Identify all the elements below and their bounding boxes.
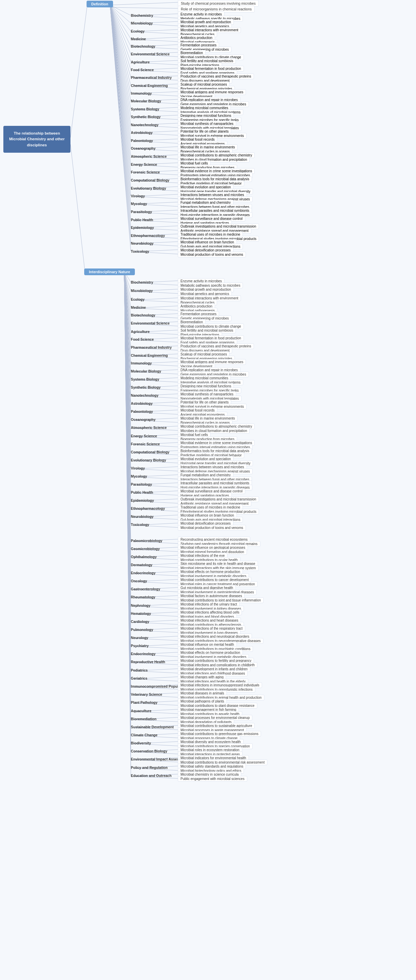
svg-line-96 <box>124 271 131 525</box>
def-branch-label-18: Atmospheric Science <box>131 154 167 159</box>
branch-label-11: Molecular Biology <box>131 369 161 374</box>
branch-label-37: Gastroenterology <box>131 587 160 591</box>
def-branch-label-26: Public Health <box>131 218 153 222</box>
branch-label-2: Ecology <box>131 298 144 302</box>
svg-line-198 <box>110 5 131 39</box>
svg-line-156 <box>124 271 131 694</box>
def-branch-label-27: Epidemiology <box>131 226 154 230</box>
def-branch-label-9: Chemical Engineering <box>131 84 168 88</box>
svg-line-177 <box>124 271 131 751</box>
def-leaf-30-1: Microbial production of toxins and venom… <box>178 252 246 258</box>
branch-label-16: Paleontology <box>131 409 153 414</box>
svg-line-273 <box>110 5 131 235</box>
branch-label-15: Astrobiology <box>131 401 152 406</box>
svg-line-99 <box>124 271 131 541</box>
svg-line-261 <box>110 5 131 204</box>
svg-line-210 <box>110 5 131 70</box>
svg-line-2 <box>110 2 178 5</box>
svg-line-192 <box>110 5 131 23</box>
svg-line-81 <box>124 271 131 484</box>
svg-line-147 <box>124 271 131 670</box>
branch-label-20: Forensic Science <box>131 442 160 446</box>
svg-line-27 <box>124 271 131 339</box>
svg-line-207 <box>110 5 131 62</box>
def-branch-label-10: Immunology <box>131 91 152 95</box>
svg-line-255 <box>110 5 131 188</box>
svg-line-36 <box>124 271 131 363</box>
svg-line-189 <box>110 5 131 16</box>
svg-line-246 <box>110 5 131 164</box>
branch-label-52: Aquaculture <box>131 709 151 713</box>
svg-line-180 <box>124 271 131 759</box>
svg-line-132 <box>124 271 131 630</box>
svg-line-141 <box>124 271 131 654</box>
def-branch-label-11: Molecular Biology <box>131 99 161 103</box>
def-branch-label-19: Energy Science <box>131 162 157 167</box>
svg-line-78 <box>124 271 131 476</box>
svg-line-234 <box>110 5 131 132</box>
svg-line-144 <box>124 271 131 662</box>
mind-map: The relationship between Microbial Chemi… <box>0 0 416 980</box>
svg-line-111 <box>124 271 131 573</box>
branch-label-4: Biotechnology <box>131 313 155 318</box>
svg-line-228 <box>110 5 131 117</box>
svg-line-54 <box>124 271 131 412</box>
definition-box: Definition <box>87 1 113 7</box>
svg-line-204 <box>110 5 131 54</box>
svg-line-105 <box>124 271 131 557</box>
svg-line-102 <box>124 271 131 549</box>
def-branch-label-23: Virology <box>131 194 145 198</box>
svg-line-84 <box>124 271 131 492</box>
svg-line-276 <box>110 5 131 243</box>
branch-label-8: Pharmaceutical Industry <box>131 345 172 350</box>
svg-line-123 <box>124 271 131 605</box>
branch-label-22: Evolutionary Biology <box>131 458 166 463</box>
branch-label-42: Pulmonology <box>131 628 153 632</box>
def-branch-label-15: Astrobiology <box>131 130 152 135</box>
svg-line-45 <box>124 271 131 387</box>
svg-line-3 <box>110 7 178 8</box>
svg-line-93 <box>124 271 131 517</box>
svg-line-126 <box>124 271 131 614</box>
svg-line-171 <box>124 271 131 735</box>
svg-line-90 <box>124 271 131 509</box>
svg-line-195 <box>110 5 131 31</box>
svg-line-231 <box>110 5 131 125</box>
svg-line-216 <box>110 5 131 86</box>
svg-line-279 <box>110 5 131 251</box>
branch-label-35: Endocrinology <box>131 571 156 575</box>
def-branch-label-4: Biotechnology <box>131 44 155 49</box>
branch-label-19: Energy Science <box>131 434 157 438</box>
svg-line-72 <box>124 271 131 460</box>
svg-line-249 <box>110 5 131 172</box>
interdisciplinary-box: Interdisciplinary Nature <box>84 269 135 275</box>
def-branch-label-30: Toxicology <box>131 249 149 254</box>
def-branch-label-16: Paleontology <box>131 138 153 143</box>
def-branch-label-21: Computational Biology <box>131 178 170 183</box>
def-branch-label-0: Biochemistry <box>131 13 153 18</box>
svg-line-39 <box>124 271 131 371</box>
def-branch-label-3: Medicine <box>131 37 146 41</box>
svg-line-114 <box>124 271 131 581</box>
def-branch-label-20: Forensic Science <box>131 170 160 175</box>
svg-line-108 <box>124 271 131 565</box>
def-branch-label-6: Agriculture <box>131 60 149 64</box>
svg-line-21 <box>124 271 131 323</box>
branch-label-50: Veterinary Science <box>131 692 162 697</box>
branch-label-25: Parasitology <box>131 482 152 487</box>
svg-line-264 <box>110 5 131 212</box>
svg-line-75 <box>124 271 131 468</box>
branch-label-31: Paleomicrobiology <box>131 539 162 543</box>
central-concept: The relationship between Microbial Chemi… <box>3 126 70 153</box>
branch-label-40: Hematology <box>131 611 151 616</box>
svg-line-0 <box>70 5 87 138</box>
svg-line-183 <box>124 271 131 768</box>
branch-label-9: Chemical Engineering <box>131 353 168 358</box>
branch-label-30: Toxicology <box>131 523 149 527</box>
svg-line-201 <box>110 5 131 46</box>
def-branch-label-1: Microbiology <box>131 21 152 25</box>
branch-label-48: Geriatrics <box>131 676 147 681</box>
svg-line-267 <box>110 5 131 220</box>
branch-label-38: Rheumatology <box>131 595 155 600</box>
svg-line-129 <box>124 271 131 622</box>
